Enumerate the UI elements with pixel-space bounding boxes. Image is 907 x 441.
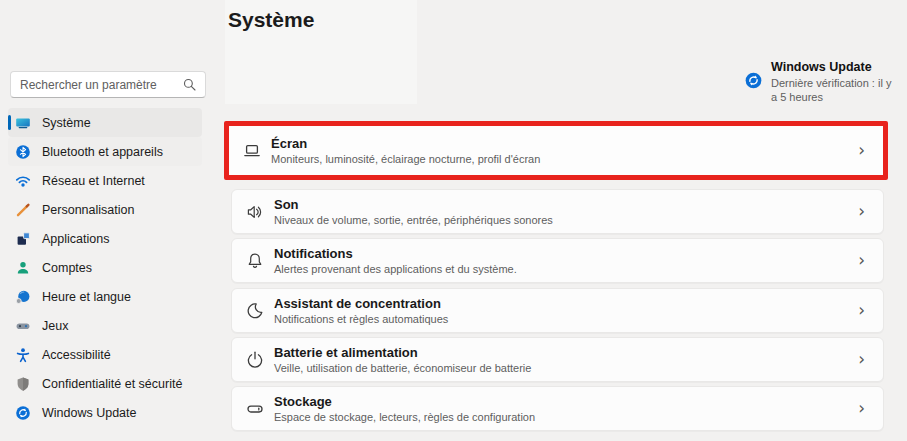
card-description: Moniteurs, luminosité, éclairage nocturn… bbox=[271, 153, 540, 165]
card-text: Notifications Alertes provenant des appl… bbox=[274, 246, 517, 275]
chevron-right-icon: › bbox=[858, 142, 865, 159]
windows-update-title: Windows Update bbox=[771, 60, 897, 74]
chevron-right-icon: › bbox=[858, 302, 865, 319]
card-text: Assistant de concentration Notifications… bbox=[274, 296, 448, 325]
search-box[interactable] bbox=[10, 71, 206, 98]
sidebar-item-windows-update[interactable]: Windows Update bbox=[8, 398, 202, 427]
sidebar-item-applications[interactable]: Applications bbox=[8, 224, 202, 253]
settings-card-stockage[interactable]: Stockage Espace de stockage, lecteurs, r… bbox=[231, 386, 884, 431]
bluetooth-icon bbox=[15, 144, 31, 160]
windows-update-icon bbox=[745, 72, 762, 104]
sidebar-item-comptes[interactable]: Comptes bbox=[8, 253, 202, 282]
sidebar-item-label: Applications bbox=[42, 232, 109, 246]
display-icon bbox=[242, 141, 262, 161]
search-icon bbox=[183, 78, 196, 91]
card-title: Écran bbox=[271, 136, 540, 151]
card-title: Assistant de concentration bbox=[274, 296, 448, 311]
windows-update-status[interactable]: Windows Update Dernière vérification : i… bbox=[745, 60, 901, 104]
system-icon bbox=[15, 115, 31, 131]
sidebar-item-label: Comptes bbox=[42, 261, 92, 275]
gaming-icon bbox=[15, 318, 31, 334]
sidebar-item-heure-langue[interactable]: Heure et langue bbox=[8, 282, 202, 311]
settings-card-ecran[interactable]: Écran Moniteurs, luminosité, éclairage n… bbox=[229, 126, 883, 175]
sidebar-item-bluetooth[interactable]: Bluetooth et appareils bbox=[8, 137, 202, 166]
privacy-shield-icon bbox=[15, 376, 31, 392]
storage-drive-icon bbox=[245, 399, 265, 419]
sidebar-item-confidentialite[interactable]: Confidentialité et sécurité bbox=[8, 369, 202, 398]
card-description: Niveaux de volume, sortie, entrée, périp… bbox=[274, 214, 553, 226]
sidebar-item-label: Système bbox=[42, 116, 91, 130]
card-description: Alertes provenant des applications et du… bbox=[274, 263, 517, 275]
card-description: Notifications et règles automatiques bbox=[274, 313, 448, 325]
chevron-right-icon: › bbox=[858, 252, 865, 269]
sound-icon bbox=[245, 202, 265, 222]
highlight-annotation-box: Écran Moniteurs, luminosité, éclairage n… bbox=[224, 121, 888, 180]
search-input[interactable] bbox=[11, 78, 183, 92]
card-title: Stockage bbox=[274, 394, 535, 409]
sidebar-item-systeme[interactable]: Système bbox=[8, 108, 202, 137]
card-text: Stockage Espace de stockage, lecteurs, r… bbox=[274, 394, 535, 423]
network-icon bbox=[15, 173, 31, 189]
sidebar-nav: Système Bluetooth et appareils Réseau et… bbox=[0, 108, 212, 427]
settings-card-batterie[interactable]: Batterie et alimentation Veille, utilisa… bbox=[231, 337, 884, 382]
time-language-icon bbox=[15, 289, 31, 305]
sidebar-item-label: Heure et langue bbox=[42, 290, 131, 304]
sidebar-item-label: Personnalisation bbox=[42, 203, 134, 217]
card-text: Batterie et alimentation Veille, utilisa… bbox=[274, 345, 531, 374]
card-title: Son bbox=[274, 197, 553, 212]
settings-card-assistant-concentration[interactable]: Assistant de concentration Notifications… bbox=[231, 288, 884, 333]
chevron-right-icon: › bbox=[858, 203, 865, 220]
sidebar-item-label: Windows Update bbox=[42, 406, 137, 420]
sidebar-item-label: Confidentialité et sécurité bbox=[42, 377, 182, 391]
card-title: Batterie et alimentation bbox=[274, 345, 531, 360]
chevron-right-icon: › bbox=[858, 351, 865, 368]
settings-window: Système Système Bluetooth et appareils R… bbox=[0, 0, 907, 441]
apps-icon bbox=[15, 231, 31, 247]
accounts-icon bbox=[15, 260, 31, 276]
sidebar-item-accessibilite[interactable]: Accessibilité bbox=[8, 340, 202, 369]
personalization-icon bbox=[15, 202, 31, 218]
windows-update-icon bbox=[15, 405, 31, 421]
sidebar-item-label: Réseau et Internet bbox=[42, 174, 145, 188]
power-icon bbox=[245, 350, 265, 370]
card-description: Veille, utilisation de batterie, économi… bbox=[274, 362, 531, 374]
sidebar-item-reseau[interactable]: Réseau et Internet bbox=[8, 166, 202, 195]
sidebar-item-label: Jeux bbox=[42, 319, 68, 333]
windows-update-description: Dernière vérification : il y a 5 heures bbox=[771, 76, 897, 104]
selected-accent-bar bbox=[8, 115, 11, 130]
settings-card-notifications[interactable]: Notifications Alertes provenant des appl… bbox=[231, 238, 884, 283]
accessibility-icon bbox=[15, 347, 31, 363]
sidebar-item-label: Accessibilité bbox=[42, 348, 111, 362]
chevron-right-icon: › bbox=[858, 400, 865, 417]
card-description: Espace de stockage, lecteurs, règles de … bbox=[274, 411, 535, 423]
card-title: Notifications bbox=[274, 246, 517, 261]
card-text: Son Niveaux de volume, sortie, entrée, p… bbox=[274, 197, 553, 226]
settings-card-son[interactable]: Son Niveaux de volume, sortie, entrée, p… bbox=[231, 189, 884, 234]
card-text: Écran Moniteurs, luminosité, éclairage n… bbox=[271, 136, 540, 165]
sidebar-item-jeux[interactable]: Jeux bbox=[8, 311, 202, 340]
focus-assist-moon-icon bbox=[245, 301, 265, 321]
windows-update-text: Windows Update Dernière vérification : i… bbox=[771, 60, 897, 104]
notifications-bell-icon bbox=[245, 251, 265, 271]
page-title: Système bbox=[228, 8, 314, 32]
sidebar-item-personnalisation[interactable]: Personnalisation bbox=[8, 195, 202, 224]
sidebar-item-label: Bluetooth et appareils bbox=[42, 145, 163, 159]
